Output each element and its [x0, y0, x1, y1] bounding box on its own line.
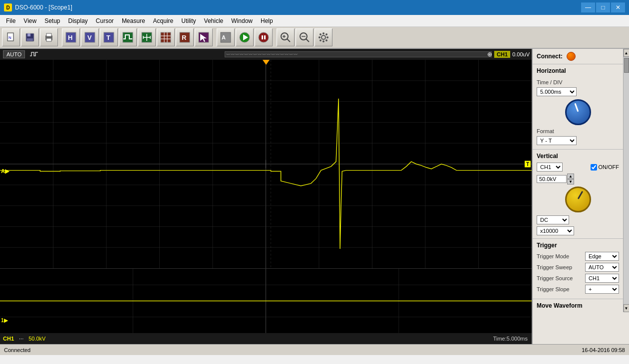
svg-text:R: R	[182, 34, 187, 41]
toolbar-ref[interactable]: R	[176, 28, 194, 46]
volts-down[interactable]: ▼	[567, 179, 574, 184]
window-title: DSO-6000 - [Scope1]	[15, 4, 72, 11]
toolbar-print[interactable]	[40, 28, 58, 46]
menu-setup[interactable]: Setup	[40, 16, 64, 25]
svg-point-44	[321, 35, 325, 39]
scope-top-bar: AUTO 〰〰〰〰〰〰〰〰〰〰〰〰〰〰〰〰 ⊕ CH1 0.00uV	[0, 49, 532, 60]
menu-cursor[interactable]: Cursor	[92, 16, 118, 25]
channel-select[interactable]: CH1 CH2	[537, 163, 563, 172]
menu-utility[interactable]: Utility	[177, 16, 200, 25]
menu-file[interactable]: File	[2, 16, 19, 25]
time-div-label: Time / DIV	[537, 79, 563, 85]
toolbar-cursor[interactable]	[195, 28, 213, 46]
toolbar-run[interactable]	[236, 28, 254, 46]
main-grid[interactable]: A▶ T	[0, 60, 532, 268]
menu-view[interactable]: View	[19, 16, 40, 25]
move-waveform-section: Move Waveform	[533, 299, 623, 312]
menu-acquire[interactable]: Acquire	[149, 16, 178, 25]
auto-badge: AUTO	[3, 50, 25, 58]
waveform	[0, 60, 532, 268]
titlebar: D DSO-6000 - [Scope1] — □ ✕	[0, 0, 629, 15]
svg-rect-35	[262, 35, 263, 39]
toolbar-measure[interactable]	[138, 28, 156, 46]
time-div-select[interactable]: 5.000ms 1.000ms 500us	[537, 87, 577, 96]
trigger-slope-select[interactable]: + -	[585, 285, 619, 294]
svg-point-47	[318, 36, 320, 38]
toolbar-v[interactable]: V	[81, 28, 99, 46]
connect-label: Connect:	[537, 53, 563, 60]
main-area: AUTO 〰〰〰〰〰〰〰〰〰〰〰〰〰〰〰〰 ⊕ CH1 0.00uV	[0, 49, 629, 344]
svg-text:V: V	[87, 34, 92, 41]
scrollbar-thumb[interactable]	[624, 58, 629, 73]
toolbar-pulse[interactable]	[119, 28, 137, 46]
mini-grid[interactable]: 1▶	[0, 268, 532, 333]
toolbar-zoom-in[interactable]	[277, 28, 295, 46]
trigger-mode-select[interactable]: Edge Pulse Video	[585, 252, 619, 261]
app-icon: D	[4, 3, 12, 11]
grid-wrapper: A▶ T	[0, 60, 532, 344]
svg-point-52	[325, 33, 327, 35]
menu-window[interactable]: Window	[227, 16, 257, 25]
trigger-sweep-label: Trigger Sweep	[537, 264, 572, 270]
scope-display: AUTO 〰〰〰〰〰〰〰〰〰〰〰〰〰〰〰〰 ⊕ CH1 0.00uV	[0, 49, 532, 344]
svg-text:H: H	[68, 34, 72, 41]
toolbar-t[interactable]: T	[100, 28, 118, 46]
scrollbar-up[interactable]: ▲	[624, 49, 629, 57]
toolbar-config[interactable]	[314, 28, 332, 46]
svg-rect-7	[46, 33, 51, 36]
menu-help[interactable]: Help	[257, 16, 277, 25]
ch1-value: 0.00uV	[512, 51, 530, 57]
trigger-mode-label: Trigger Mode	[537, 253, 569, 259]
probe-select[interactable]: x10000 x1000 x100 x10 x1	[537, 226, 574, 235]
move-waveform-label: Move Waveform	[537, 302, 583, 309]
toolbar-grid[interactable]	[157, 28, 175, 46]
toolbar-h[interactable]: H	[62, 28, 80, 46]
trigger-source-select[interactable]: CH1 CH2 EXT	[585, 274, 619, 283]
titlebar-left: D DSO-6000 - [Scope1]	[4, 3, 72, 11]
ch1-badge: CH1	[494, 51, 510, 58]
trigger-sweep-select[interactable]: AUTO Normal Single	[585, 263, 619, 272]
onoff-checkbox[interactable]	[591, 164, 597, 171]
svg-point-34	[259, 32, 269, 42]
svg-point-48	[326, 36, 328, 38]
maximize-button[interactable]: □	[596, 2, 610, 12]
ch1-1-marker: 1▶	[1, 318, 8, 323]
time-display: Time:5.000ms	[493, 336, 528, 342]
close-button[interactable]: ✕	[611, 2, 625, 12]
toolbar-save[interactable]	[21, 28, 39, 46]
toolbar-new[interactable]: N	[2, 28, 20, 46]
toolbar-auto[interactable]: A	[217, 28, 235, 46]
svg-rect-5	[27, 38, 33, 41]
knob-indicator	[574, 103, 579, 112]
trigger-t-marker: T	[525, 161, 531, 168]
ch1-label-bottom: CH1	[3, 336, 14, 342]
ch1-a-marker: A▶	[1, 168, 9, 175]
scrollbar-down[interactable]: ▼	[624, 304, 629, 312]
menu-vehicle[interactable]: Vehicle	[200, 16, 228, 25]
toolbar-stop[interactable]	[255, 28, 273, 46]
volts-input[interactable]	[537, 175, 567, 183]
menubar: File View Setup Display Cursor Measure A…	[0, 15, 629, 27]
window-controls[interactable]: — □ ✕	[581, 2, 625, 12]
menu-measure[interactable]: Measure	[118, 16, 149, 25]
trigger-section: Trigger Trigger Mode Edge Pulse Video Tr…	[533, 239, 623, 299]
svg-point-50	[325, 39, 327, 41]
svg-point-49	[319, 33, 321, 35]
volts-up[interactable]: ▲	[567, 174, 574, 179]
svg-rect-21	[161, 32, 171, 42]
menu-display[interactable]: Display	[64, 16, 92, 25]
minimize-button[interactable]: —	[581, 2, 595, 12]
format-select[interactable]: Y - T X - Y Roll	[537, 136, 577, 145]
svg-rect-36	[264, 35, 266, 39]
status-bar: Connected 16-04-2016 09:58	[0, 344, 629, 355]
svg-text:T: T	[106, 34, 110, 41]
svg-text:N: N	[8, 35, 11, 40]
toolbar: N H V T R A	[0, 27, 629, 49]
toolbar-zoom-out[interactable]	[296, 28, 314, 46]
coupling-select[interactable]: DC AC GND	[537, 215, 569, 224]
trigger-slope-label: Trigger Slope	[537, 286, 570, 292]
vertical-section: Vertical CH1 CH2 ON/OFF	[533, 150, 623, 239]
horizontal-knob[interactable]	[565, 99, 591, 125]
vertical-knob[interactable]	[565, 186, 591, 212]
connect-indicator	[567, 52, 576, 61]
